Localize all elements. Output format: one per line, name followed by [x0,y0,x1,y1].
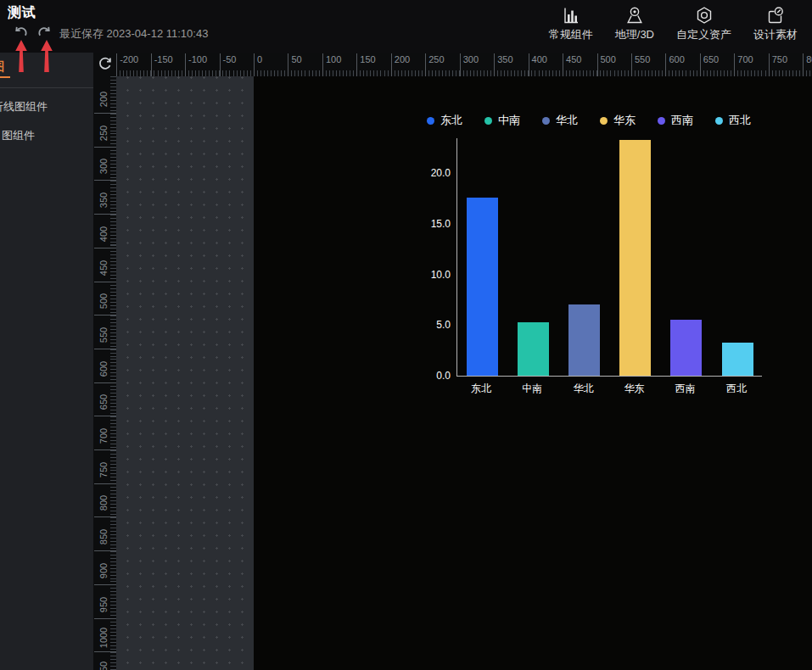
v-ruler-major-tick [94,147,116,148]
v-ruler-label: 750 [93,460,115,480]
undo-icon [13,25,28,39]
app-window: 东北中南华北华东西南西北 0.05.010.015.020.0东北中南华北华东西… [0,0,812,670]
v-ruler-major-tick [94,651,116,652]
h-ruler-major-tick [665,53,666,76]
page-title: 测试 [8,4,36,22]
h-ruler-major-tick [391,53,392,76]
v-ruler-major-tick [94,214,116,215]
h-ruler-major-tick [185,53,186,76]
v-ruler-label: 900 [93,561,115,581]
h-ruler-major-tick [803,53,804,76]
h-ruler-label: 600 [669,54,684,64]
h-ruler-label: 250 [428,54,444,64]
toolbar-item-design-materials[interactable]: 设计素材 [742,4,809,44]
h-ruler-major-tick [700,53,701,76]
h-ruler-label: -150 [154,54,173,64]
v-ruler-label: 200 [93,89,115,109]
h-ruler-major-tick [254,53,255,76]
ruler-corner [93,53,116,76]
h-ruler-label: 450 [566,54,581,64]
v-ruler-major-tick [94,449,116,450]
legend-item-华北[interactable]: 华北 [542,113,578,128]
h-ruler-major-tick [529,53,529,76]
h-ruler-label: 550 [635,54,650,64]
h-ruler-label: 150 [360,54,375,64]
h-ruler-label: 700 [737,54,753,64]
h-ruler-label: 750 [772,54,787,64]
h-ruler-label: 800 [806,54,812,64]
bar-chart-component[interactable]: 东北中南华北华东西南西北 0.05.010.015.020.0东北中南华北华东西… [415,110,763,403]
y-axis-tick-label: 5.0 [417,319,451,331]
x-axis-label-中南: 中南 [507,382,557,396]
horizontal-ruler-minor-ticks [116,70,812,76]
sidebar-item-line-chart-component[interactable]: 折线图组件 [0,99,48,114]
redo-button[interactable] [37,25,53,39]
v-ruler-label: 1050 [93,662,115,670]
sidebar-active-tab-underline [0,76,10,78]
v-ruler-major-tick [94,618,116,619]
x-axis-label-东北: 东北 [456,382,507,396]
v-ruler-major-tick [94,516,116,517]
vertical-ruler: 2002503003504004505005506006507007508008… [93,76,116,670]
v-ruler-major-tick [94,180,116,181]
toolbar-item-label: 自定义资产 [676,27,731,42]
bar-chart-icon [562,6,580,25]
h-ruler-major-tick [734,53,735,76]
topbar: 测试 最近保存 2023-04-12 11:10:43 [0,0,812,53]
y-axis-tick-label: 20.0 [417,167,451,179]
v-ruler-major-tick [94,113,116,114]
h-ruler-label: 650 [703,54,719,64]
v-ruler-label: 450 [93,258,115,278]
v-ruler-label: 300 [93,156,115,176]
h-ruler-major-tick [356,53,357,76]
x-axis-label-华北: 华北 [557,382,608,396]
h-ruler-major-tick [151,53,152,76]
sidebar: 图 折线图组件 图组件 [0,53,93,670]
h-ruler-label: -200 [120,54,138,64]
sidebar-item-chart-component[interactable]: 图组件 [2,128,35,143]
h-ruler-major-tick [460,53,461,76]
chart-plot-area [456,138,762,377]
legend-item-西北[interactable]: 西北 [715,113,751,128]
bar-东北 [467,198,498,376]
toolbar-item-common-components[interactable]: 常规组件 [538,4,604,44]
legend-item-西南[interactable]: 西南 [658,113,693,128]
legend-dot [427,117,434,125]
sidebar-active-tab-fragment[interactable]: 图 [0,59,4,75]
toolbar-item-label: 常规组件 [549,27,593,42]
toolbar-item-geo-3d[interactable]: 地理/3D [604,4,665,44]
legend-dot [715,117,723,125]
undo-button[interactable] [13,25,28,39]
bar-华东 [619,140,651,376]
toolbar: 常规组件 地理/3D 自定义资产 [538,4,809,44]
reset-view-icon[interactable] [97,55,114,72]
h-ruler-label: 50 [291,54,301,64]
v-ruler-label: 250 [93,123,115,143]
legend-label: 西南 [671,113,693,128]
v-ruler-major-tick [94,248,116,248]
redo-icon [37,25,53,39]
toolbar-item-custom-assets[interactable]: 自定义资产 [665,4,742,44]
v-ruler-major-tick [94,584,116,585]
v-ruler-major-tick [94,483,116,484]
horizontal-ruler: -200-150-100-500501001502002503003504004… [116,53,812,76]
annotation-arrow-undo [14,40,28,72]
h-ruler-major-tick [220,53,221,76]
legend-dot [542,117,550,125]
legend-item-中南[interactable]: 中南 [484,113,520,128]
h-ruler-major-tick [494,53,495,76]
v-ruler-label: 650 [93,392,115,412]
v-ruler-major-tick [94,550,116,551]
legend-dot [484,117,492,125]
legend-item-华东[interactable]: 华东 [600,113,636,128]
h-ruler-label: 200 [395,54,410,64]
h-ruler-label: 500 [601,54,616,64]
legend-item-东北[interactable]: 东北 [427,113,462,128]
map-pin-icon [625,6,644,25]
h-ruler-label: 100 [326,54,341,64]
v-ruler-label: 500 [93,291,115,311]
h-ruler-major-tick [288,53,288,76]
hexagon-asset-icon [695,6,714,25]
legend-dot [658,117,665,125]
legend-dot [600,117,608,125]
